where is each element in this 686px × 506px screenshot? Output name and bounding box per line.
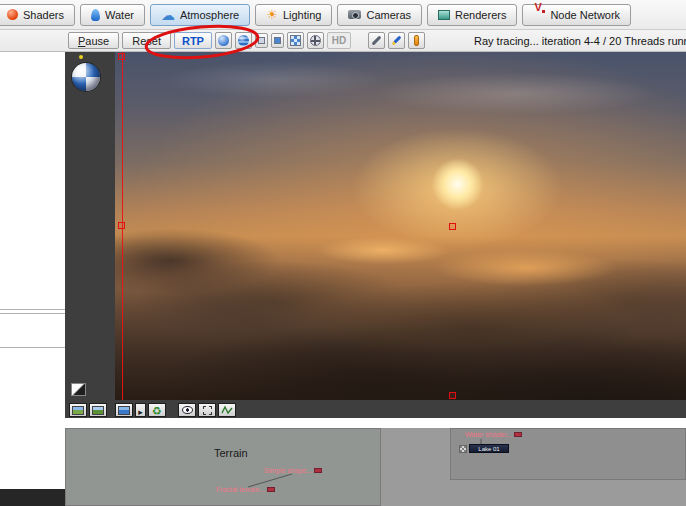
tab-shaders-label: Shaders	[23, 9, 64, 21]
lake-node-label: Lake 01	[469, 444, 509, 453]
tab-node-network[interactable]: Node Network	[522, 4, 631, 26]
copy-view-button[interactable]	[69, 403, 87, 417]
pause-label: Pause	[78, 35, 109, 47]
node-body-icon	[267, 487, 275, 492]
simple-shape-node[interactable]: Simple shape...	[264, 467, 322, 474]
alpha-checker-icon	[459, 445, 467, 453]
render-view[interactable]	[115, 52, 686, 400]
left-panel-footer	[0, 489, 65, 506]
tab-renderers[interactable]: Renderers	[427, 4, 517, 26]
texture-checker-icon	[290, 35, 301, 46]
main-tabbar: Shaders Water Atmosphere Lighting Camera…	[0, 0, 686, 30]
hd-toggle-button[interactable]: HD	[327, 32, 351, 49]
camera-view-button[interactable]	[115, 403, 133, 417]
pan-view-button[interactable]	[307, 32, 324, 49]
curve-icon	[221, 405, 233, 415]
contrast-adjust-icon[interactable]	[71, 383, 86, 396]
water-preview-button[interactable]	[235, 32, 252, 49]
wrench-icon	[372, 36, 382, 46]
left-panel-splitter[interactable]	[0, 309, 65, 310]
water-drop-icon	[91, 9, 100, 21]
water-shader-node[interactable]: Water shader...	[465, 431, 522, 438]
brush-icon	[392, 36, 402, 46]
tab-cameras[interactable]: Cameras	[337, 4, 422, 26]
tab-node-network-label: Node Network	[550, 9, 620, 21]
rtp-label: RTP	[182, 35, 204, 47]
sun-icon	[266, 8, 278, 21]
landscape-camera-icon	[118, 406, 130, 415]
crop-handle-top-left[interactable]	[118, 53, 125, 60]
reset-button[interactable]: Reset	[122, 32, 171, 49]
fractal-terrain-node[interactable]: Fractal terrain...	[216, 486, 275, 493]
texture-preview-button[interactable]	[287, 32, 304, 49]
water-shader-label: Water shader...	[465, 431, 512, 438]
refresh-icon	[152, 401, 162, 419]
terrain-node-group[interactable]: Terrain Simple shape... Fractal terrain.…	[65, 428, 381, 506]
node-connector	[66, 429, 382, 506]
camera-trackball[interactable]	[72, 63, 100, 91]
fit-frame-button[interactable]	[198, 403, 216, 417]
sphere-preview-button[interactable]	[215, 32, 232, 49]
preview-panel	[65, 52, 686, 418]
ray-tracing-status: Ray tracing... iteration 4-4 / 20	[474, 35, 621, 47]
tools-button[interactable]	[368, 32, 385, 49]
measure-button[interactable]	[408, 32, 425, 49]
dropdown-arrow-icon	[138, 401, 143, 419]
mini-preview-button-1[interactable]	[255, 33, 268, 48]
node-body-icon	[314, 468, 322, 473]
water-wave-icon	[238, 35, 249, 46]
mini-preview-button-2[interactable]	[271, 33, 284, 48]
fractal-terrain-label: Fractal terrain...	[216, 486, 265, 493]
hd-label: HD	[332, 35, 346, 46]
eye-icon	[182, 406, 193, 414]
simple-shape-label: Simple shape...	[264, 467, 312, 474]
node-network-panel: Terrain Simple shape... Fractal terrain.…	[65, 428, 686, 506]
visibility-button[interactable]	[178, 403, 196, 417]
terrain-group-label: Terrain	[214, 447, 248, 459]
tab-water-label: Water	[105, 9, 134, 21]
tab-cameras-label: Cameras	[366, 9, 411, 21]
paint-button[interactable]	[388, 32, 405, 49]
tab-shaders[interactable]: Shaders	[0, 4, 75, 26]
shaders-icon	[7, 9, 18, 20]
tab-water[interactable]: Water	[80, 4, 145, 26]
tab-lighting[interactable]: Lighting	[255, 4, 332, 26]
fit-frame-icon	[203, 406, 212, 415]
camera-icon	[348, 10, 361, 19]
reset-label: Reset	[132, 35, 161, 47]
curve-display-button[interactable]	[218, 403, 236, 417]
sphere-icon	[218, 35, 229, 46]
tab-renderers-label: Renderers	[455, 9, 506, 21]
tab-atmosphere-label: Atmosphere	[180, 9, 239, 21]
gauge-icon	[414, 35, 419, 46]
threads-status: Threads running	[624, 35, 686, 47]
view-dropdown-button[interactable]	[135, 403, 146, 417]
pan-arrows-icon	[310, 35, 321, 46]
left-panel-divider	[0, 347, 65, 348]
cloud-icon	[161, 8, 175, 22]
tab-atmosphere[interactable]: Atmosphere	[150, 4, 250, 26]
landscape-paste-icon	[92, 406, 104, 415]
crop-handle-bottom[interactable]	[449, 392, 456, 399]
crop-handle-mid-left[interactable]	[118, 222, 125, 229]
crop-handle-center[interactable]	[449, 223, 456, 230]
refresh-view-button[interactable]	[148, 403, 166, 417]
left-panel-splitter[interactable]	[0, 313, 65, 314]
renderer-icon	[438, 10, 450, 20]
pause-button[interactable]: Pause	[68, 32, 119, 49]
node-body-icon	[514, 432, 522, 437]
paste-view-button[interactable]	[89, 403, 107, 417]
rtp-button[interactable]: RTP	[174, 32, 212, 49]
landscape-copy-icon	[72, 406, 84, 415]
preview-bottom-toolbar	[69, 403, 236, 417]
water-node-group[interactable]: Water shader... Lake 01	[450, 428, 686, 480]
render-toolbar: Pause Reset RTP HD Ray tracing... iterat…	[0, 30, 686, 52]
tab-lighting-label: Lighting	[283, 9, 322, 21]
lake-node[interactable]: Lake 01	[459, 444, 509, 453]
mini-view-icon	[258, 37, 265, 44]
mini-view-blue-icon	[274, 37, 281, 44]
node-network-icon	[533, 9, 545, 21]
